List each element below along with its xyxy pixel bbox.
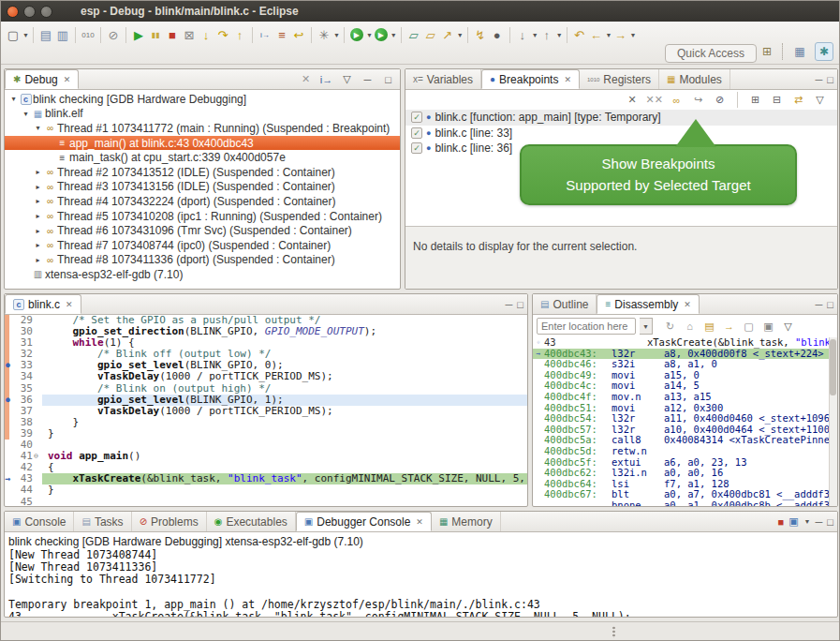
suspend-icon[interactable]: ▮▮ [147,25,164,44]
skip-all-breakpoints-view-icon[interactable]: ⊘ [712,92,728,108]
source-editor[interactable]: 29 /* Set the GPIO as a push/pull output… [5,315,527,506]
build-icon[interactable]: 010 [80,25,96,44]
step-over-icon[interactable]: ↷ [214,25,231,44]
debug-tree-item[interactable]: ▾cblink checking [GDB Hardware Debugging… [5,92,400,107]
track-expression-icon[interactable]: → [721,319,737,335]
new-wizard-icon[interactable]: ▢ [5,25,22,44]
disconnect-icon[interactable]: ⊠ [181,25,198,44]
collapse-all-icon[interactable]: ⊟ [769,92,785,108]
breakpoints-menu-icon[interactable]: ▽ [812,92,828,108]
debug-tree-item[interactable]: ▸∞Thread #5 1073410208 (ipc1 : Running) … [5,209,400,224]
step-into-icon[interactable]: ↓ [198,25,214,44]
close-tab-icon[interactable]: ✕ [66,300,73,309]
close-tab-icon[interactable]: ✕ [564,75,571,84]
breakpoint-checkbox[interactable]: ✓ [411,112,422,123]
debug-tree-item[interactable]: ▥xtensa-esp32-elf-gdb (7.10) [5,267,400,282]
code-line[interactable]: →43 xTaskCreate(&blink_task, "blink_task… [5,473,527,484]
tab-console[interactable]: ▣Console [5,512,74,531]
minimize-editor-icon[interactable]: ─ [506,299,513,310]
save-icon[interactable]: ▤ [37,25,54,44]
disassembly-source-line[interactable]: ◦43 xTaskCreate(&blink_task, "blink_tas [533,337,837,349]
tab-problems[interactable]: ⊘Problems [132,512,207,531]
tab-debug[interactable]: ✱Debug✕ [5,69,79,89]
tab-disassembly[interactable]: ≡Disassembly✕ [597,294,699,314]
editor-gutter[interactable]: 34 [5,371,42,382]
flash-tool-icon[interactable]: ↗ [439,25,456,44]
display-selected-console-icon[interactable]: ▣ [788,515,798,528]
tree-expand-icon[interactable]: ▸ [33,197,43,205]
maximize-disassembly-icon[interactable]: □ [827,299,833,310]
tab-blink-c[interactable]: cblink.c✕ [5,294,81,314]
tree-collapse-icon[interactable]: ▾ [21,110,31,118]
editor-gutter[interactable]: 45 [5,497,42,507]
show-source-icon[interactable]: ▤ [701,319,717,335]
minimize-icon[interactable]: ─ [360,71,376,87]
remove-all-breakpoints-icon[interactable]: ✕✕ [646,92,663,108]
tree-expand-icon[interactable]: ▸ [33,212,43,220]
breakpoint-checkbox[interactable]: ✓ [411,142,422,154]
breakpoint-marker-icon[interactable]: ● [6,395,10,406]
fold-collapse-icon[interactable]: ⊖ [34,451,38,462]
debug-tree-item[interactable]: ▾▦blink.elf [5,107,400,122]
titlebar[interactable]: esp - Debug - blink/main/blink.c - Eclip… [1,1,839,22]
tab-variables[interactable]: x=Variables [405,69,481,89]
debug-perspective-icon[interactable]: ✱ [815,42,833,61]
debug-launch-tree[interactable]: ▾cblink checking [GDB Hardware Debugging… [5,90,400,282]
skip-all-breakpoints-icon[interactable]: ⊘ [105,25,122,44]
maximize-icon[interactable]: □ [380,71,396,87]
tree-expand-icon[interactable]: ▸ [33,227,43,235]
terminate-console-icon[interactable]: ■ [778,516,785,528]
maximize-window-icon[interactable] [40,6,52,18]
show-selected-thread-icon[interactable]: ≡ [273,25,290,44]
debug-dropdown-dropdown-icon[interactable]: ▼ [366,32,373,38]
tab-registers[interactable]: 1010Registers [580,69,659,89]
debug-tree-item[interactable]: ▸∞Thread #6 1073431096 (Tmr Svc) (Suspen… [5,223,400,238]
minimize-console-icon[interactable]: ─ [816,516,823,528]
editor-gutter[interactable]: 35 [5,383,42,395]
code-line[interactable]: 44} [5,484,527,496]
instruction-stepping-icon[interactable]: i→ [257,25,273,44]
tab-outline[interactable]: ▤Outline [533,294,597,314]
coverage-icon[interactable]: ● [489,25,506,44]
debug-tree-item[interactable]: ▸∞Thread #3 1073413156 (IDLE) (Suspended… [5,180,400,195]
remove-breakpoint-icon[interactable]: ✕ [625,92,641,108]
tree-expand-icon[interactable]: ▸ [33,168,43,176]
maximize-view-icon[interactable]: □ [827,74,833,85]
next-annotation-icon[interactable]: ↓ [514,25,531,44]
maximize-editor-icon[interactable]: □ [517,299,523,310]
goto-file-for-breakpoint-icon[interactable]: ↪ [690,92,706,108]
disassembly-listing[interactable]: ◦43 xTaskCreate(&blink_task, "blink_tas→… [533,337,837,506]
show-supported-breakpoints-icon[interactable]: ∞ [669,92,685,108]
view-menu-icon[interactable]: ▽ [339,71,355,87]
close-tab-icon[interactable]: ✕ [684,300,691,309]
scrollbar-thumb[interactable] [830,339,836,395]
run-dropdown-icon[interactable]: ▶ [373,25,390,44]
breakpoint-marker-icon[interactable]: ● [6,360,10,371]
tab-memory[interactable]: ▦Memory [432,512,501,531]
code-line[interactable]: 41⊖void app_main() [5,451,527,462]
breakpoint-item[interactable]: ✓●blink.c [function: app_main] [type: Te… [405,110,837,126]
save-all-icon[interactable]: ▥ [54,25,71,44]
disassembly-row[interactable]: 400dbc5d:retw.n [533,446,837,457]
tree-expand-icon[interactable]: ▸ [33,183,43,191]
back-dropdown-icon[interactable]: ▼ [606,32,612,38]
view-instruction-stepping-icon[interactable]: i→ [318,71,334,87]
refresh-view-icon[interactable]: ↻ [662,319,678,335]
location-dropdown-icon[interactable]: ▼ [640,318,653,335]
console-output[interactable]: [New Thread 1073408744][New Thread 10734… [5,549,837,618]
debug-tree-item[interactable]: ≡main_task() at cpu_start.c:339 0x400d05… [5,150,400,165]
forward-icon[interactable]: → [612,25,629,44]
next-annotation-dropdown-icon[interactable]: ▼ [532,32,538,38]
debug-dropdown-icon[interactable]: ▶ [348,25,365,44]
debug-tree-item[interactable]: ▾∞Thread #1 1073411772 (main : Running) … [5,121,400,136]
prev-annotation-icon[interactable]: ↑ [538,25,555,44]
remove-all-terminated-icon[interactable]: ✕ [298,71,314,87]
run-dropdown-dropdown-icon[interactable]: ▼ [391,32,397,38]
last-edit-location-icon[interactable]: ↶ [571,25,588,44]
breakpoint-checkbox[interactable]: ✓ [411,127,422,139]
statusbar-grip[interactable] [612,626,615,638]
location-input[interactable] [537,318,636,335]
editor-gutter[interactable]: 44 [5,484,42,496]
maximize-console-icon[interactable]: □ [827,516,833,528]
tree-expand-icon[interactable]: ▸ [33,256,43,264]
